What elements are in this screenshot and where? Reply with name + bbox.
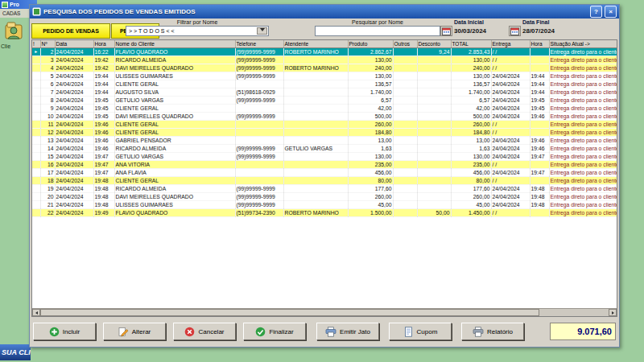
cell-entrega: 24/04/2024 (491, 145, 530, 153)
cell-entrega_hora: 19:44 (530, 72, 549, 80)
cell-entrega: 24/04/2024 (491, 193, 530, 201)
order-row[interactable]: 1524/04/202419:47GETULIO VARGAS(99)99999… (32, 153, 617, 161)
column-header[interactable]: Hora (93, 40, 114, 48)
window-icon (32, 7, 41, 16)
order-row[interactable]: 1824/04/202419:48CLIENTE GERAL80,0080,00… (32, 177, 617, 185)
cell-data: 24/04/2024 (55, 193, 93, 201)
cell-entrega: 24/04/2024 (491, 113, 530, 121)
cell-telefone: (99)99999-9999 (235, 56, 283, 64)
scroll-left-button[interactable] (32, 309, 40, 316)
order-row[interactable]: 1324/04/202419:46GABRIEL PENSADOR13,0013… (32, 137, 617, 145)
cell-hora: 19:48 (93, 185, 114, 193)
cell-outros (393, 80, 417, 88)
column-header[interactable]: Produto (348, 40, 393, 48)
order-row[interactable]: 724/04/202419:44AUGUSTO SILVA(51)98618-0… (32, 88, 617, 97)
close-button[interactable]: × (605, 6, 617, 18)
edit-icon (118, 327, 129, 337)
finalizar-button[interactable]: Finalizar (243, 323, 306, 340)
cell-atendente (283, 80, 348, 88)
cell-total: 130,00 (451, 72, 491, 80)
column-header[interactable]: ! (32, 40, 40, 48)
cell-atendente (283, 129, 348, 137)
scrollbar-track[interactable] (539, 309, 609, 316)
filter-by-name-select[interactable]: > > T O D O S < < (126, 26, 269, 36)
order-row[interactable]: 324/04/202419:42RICARDO ALMEIDA(99)99999… (32, 56, 617, 64)
action-bar: IncluirAlterarCancelarFinalizarEmitir Ja… (30, 323, 619, 342)
date-start-value[interactable]: 30/03/2024 (454, 26, 510, 36)
column-header[interactable]: Nome do Cliente (114, 40, 235, 48)
order-row[interactable]: 2124/04/202419:48ULISSES GUIMARAES(99)99… (32, 201, 617, 209)
cell-data: 24/04/2024 (55, 113, 93, 121)
search-input[interactable] (315, 26, 440, 36)
cell-situacao: Entrega direto para o cliente (549, 137, 617, 145)
cell-situacao: Entrega direto para o cliente (549, 97, 617, 105)
date-end-picker-button[interactable] (509, 26, 521, 36)
order-row[interactable]: 924/04/202419:45CLIENTE GERAL42,0042,002… (32, 105, 617, 113)
order-row[interactable]: 1124/04/202419:46CLIENTE GERAL260,00260,… (32, 121, 617, 129)
cell-total: 80,00 (451, 177, 491, 185)
order-row[interactable]: 424/04/202419:42DAVI MEIRELLES QUADRADO(… (32, 64, 617, 72)
cell-total: 1.740,00 (451, 88, 491, 97)
cell-nome: ANA FLAVIA (114, 169, 235, 177)
cell-nome: RICARDO ALMEIDA (114, 145, 235, 153)
column-header[interactable]: Entrega (491, 40, 530, 48)
cell-data: 24/04/2024 (55, 72, 93, 80)
order-row[interactable]: 1424/04/202419:46RICARDO ALMEIDA(99)9999… (32, 145, 617, 153)
column-header[interactable]: Desconto (417, 40, 451, 48)
h-scrollbar[interactable] (32, 308, 617, 316)
order-row[interactable]: 1224/04/202419:46CLIENTE GERAL184,80184,… (32, 129, 617, 137)
cell-telefone: (99)99999-9999 (235, 153, 283, 161)
pedido-de-vendas-button[interactable]: PEDIDO DE VENDAS (31, 23, 110, 39)
column-header[interactable]: Hora (530, 40, 549, 48)
order-row[interactable]: 2224/04/202419:49FLAVIO QUADRADO(51)9973… (32, 209, 617, 217)
scrollbar-thumb[interactable] (40, 309, 539, 316)
order-row[interactable]: ▸224/04/202416:22FLAVIO QUADRADO(99)9999… (32, 48, 617, 56)
order-row[interactable]: 824/04/202419:45GETULIO VARGAS(99)99999-… (32, 97, 617, 105)
order-row[interactable]: 524/04/202419:44ULISSES GUIMARAES(99)999… (32, 72, 617, 80)
incluir-button[interactable]: Incluir (33, 323, 96, 340)
parent-statusbar-text: SUA CLI (2, 348, 31, 356)
order-row[interactable]: 1024/04/202419:45DAVI MEIRELLES QUADRADO… (32, 113, 617, 121)
cancelar-button[interactable]: Cancelar (173, 323, 236, 340)
order-row[interactable]: 1924/04/202419:48RICARDO ALMEIDA(99)9999… (32, 185, 617, 193)
help-button[interactable]: ? (590, 6, 602, 18)
alterar-button[interactable]: Alterar (103, 323, 166, 340)
cell-situacao: Entrega direto para o cliente (549, 80, 617, 88)
emitir-jato-button[interactable]: Emitir Jato (316, 323, 379, 340)
cell-produto: 177,60 (348, 185, 393, 193)
cell-data: 24/04/2024 (55, 145, 93, 153)
cell-hora: 19:48 (93, 201, 114, 209)
column-header[interactable]: Outros (393, 40, 417, 48)
column-header[interactable]: Data (55, 40, 93, 48)
cell-desconto (417, 169, 451, 177)
clients-toolbar-icon[interactable] (4, 22, 23, 45)
scroll-right-button[interactable] (609, 309, 617, 316)
cell-situacao: Entrega direto para o cliente (549, 153, 617, 161)
column-header[interactable]: TOTAL (451, 40, 491, 48)
receipt-icon (403, 327, 414, 337)
column-header[interactable]: Atendente (283, 40, 348, 48)
order-row[interactable]: 1724/04/202419:47ANA FLAVIA456,00456,002… (32, 169, 617, 177)
titlebar[interactable]: PESQUISA DOS PEDIDOS DE VENDAS EMITIDOS … (30, 5, 619, 19)
cell-hora: 19:46 (93, 121, 114, 129)
cell-hora: 19:49 (93, 209, 114, 217)
date-start-picker-button[interactable] (440, 26, 452, 36)
column-header[interactable]: Situação Atual -> (549, 40, 617, 48)
order-row[interactable]: 2024/04/202419:48DAVI MEIRELLES QUADRADO… (32, 193, 617, 201)
order-row[interactable]: 1624/04/202419:47ANA VITORIA235,00235,00… (32, 161, 617, 169)
column-header[interactable]: Nº (40, 40, 55, 48)
cell-situacao: Entrega direto para o cliente (549, 64, 617, 72)
filter-dropdown-button[interactable] (257, 27, 267, 35)
cell-atendente (283, 121, 348, 129)
cell-nome: RICARDO ALMEIDA (114, 56, 235, 64)
cell-telefone: (99)99999-9999 (235, 201, 283, 209)
cell-hora: 19:47 (93, 153, 114, 161)
cell-produto: 240,00 (348, 64, 393, 72)
order-row[interactable]: 624/04/202419:44CLIENTE GERAL136,57136,5… (32, 80, 617, 88)
column-header[interactable]: Telefone (235, 40, 283, 48)
relatorio-button[interactable]: Relatório (461, 323, 524, 340)
cupom-button[interactable]: Cupom (389, 323, 452, 340)
date-end-value[interactable]: 28/07/2024 (522, 26, 579, 36)
cell-entrega_hora (530, 64, 549, 72)
cell-outros (393, 193, 417, 201)
